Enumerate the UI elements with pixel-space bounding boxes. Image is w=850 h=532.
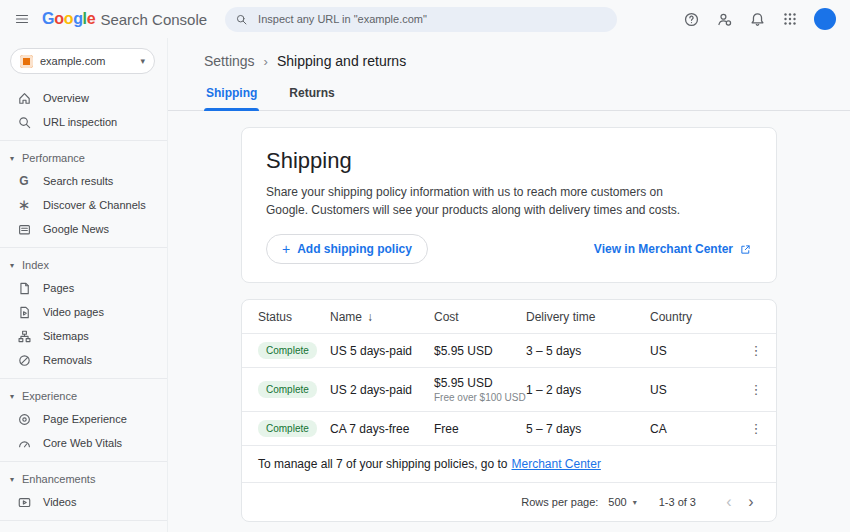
row-kebab-menu-icon[interactable]: ⋮ <box>746 421 766 436</box>
policy-cost-note: Free over $100 USD <box>434 392 526 403</box>
user-settings-icon[interactable] <box>710 5 738 33</box>
table-footnote: To manage all 7 of your shipping policie… <box>242 446 776 483</box>
chevron-down-icon: ▾ <box>7 392 17 401</box>
url-inspection-searchbar[interactable] <box>225 7 617 32</box>
section-label: Performance <box>22 152 85 164</box>
home-icon <box>16 90 32 106</box>
divider <box>0 461 167 462</box>
col-status: Status <box>258 310 330 324</box>
row-kebab-menu-icon[interactable]: ⋮ <box>746 382 766 397</box>
sidebar-section-enhancements[interactable]: ▾ Enhancements <box>0 468 167 490</box>
chevron-down-icon: ▾ <box>7 154 17 163</box>
sidebar-item-page-experience[interactable]: Page Experience <box>0 407 167 431</box>
section-label: Index <box>22 259 49 271</box>
gauge-icon <box>16 435 32 451</box>
sidebar-section-security[interactable]: ▸ Security & Manual Actions <box>0 527 167 532</box>
sidebar-item-label: Sitemaps <box>43 330 89 342</box>
sidebar-item-removals[interactable]: Removals <box>0 348 167 372</box>
policy-country: CA <box>650 422 746 436</box>
video-document-icon <box>16 304 32 320</box>
sidebar-item-google-news[interactable]: Google News <box>0 217 167 241</box>
col-name-sortable[interactable]: Name ↓ <box>330 310 434 324</box>
sidebar-item-pages[interactable]: Pages <box>0 276 167 300</box>
next-page-button[interactable]: › <box>740 493 762 511</box>
rows-per-page-select[interactable]: 500 ▾ <box>608 496 636 508</box>
sidebar-item-label: Video pages <box>43 306 104 318</box>
page-experience-icon <box>16 411 32 427</box>
add-shipping-policy-button[interactable]: + Add shipping policy <box>266 234 428 264</box>
previous-page-button[interactable]: ‹ <box>718 493 740 511</box>
sidebar-item-video-pages[interactable]: Video pages <box>0 300 167 324</box>
sidebar-section-index[interactable]: ▾ Index <box>0 254 167 276</box>
divider <box>0 140 167 141</box>
view-in-merchant-center-link[interactable]: View in Merchant Center <box>594 242 752 256</box>
sidebar-item-overview[interactable]: Overview <box>0 86 167 110</box>
pagination-range: 1-3 of 3 <box>659 496 696 508</box>
notifications-bell-icon[interactable] <box>743 5 771 33</box>
sidebar-section-performance[interactable]: ▾ Performance <box>0 147 167 169</box>
help-icon[interactable] <box>677 5 705 33</box>
blocked-icon <box>16 352 32 368</box>
chevron-down-icon: ▾ <box>7 475 17 484</box>
tab-shipping[interactable]: Shipping <box>204 82 259 110</box>
sidebar-item-label: Removals <box>43 354 92 366</box>
section-label: Experience <box>22 390 77 402</box>
policy-cost-value: $5.95 USD <box>434 376 493 390</box>
sidebar-item-label: URL inspection <box>43 116 117 128</box>
product-name: Search Console <box>100 11 207 28</box>
account-avatar[interactable] <box>814 8 836 30</box>
section-label: Enhancements <box>22 473 95 485</box>
merchant-link-label: View in Merchant Center <box>594 242 733 256</box>
sidebar-item-label: Core Web Vitals <box>43 437 122 449</box>
shipping-intro-card: Shipping Share your shipping policy info… <box>241 127 777 283</box>
sidebar-item-label: Search results <box>43 175 113 187</box>
sidebar: example.com ▾ Overview URL inspection ▾ … <box>0 38 168 532</box>
search-icon <box>16 114 32 130</box>
sidebar-item-label: Google News <box>43 223 109 235</box>
page-title: Shipping <box>266 148 752 174</box>
policy-country: US <box>650 383 746 397</box>
policy-delivery-time: 3 – 5 days <box>526 344 650 358</box>
table-row: Complete US 5 days-paid $5.95 USD 3 – 5 … <box>242 334 776 368</box>
table-row: Complete CA 7 days-free Free 5 – 7 days … <box>242 412 776 446</box>
shipping-policies-table: Status Name ↓ Cost Delivery time Country… <box>241 299 777 522</box>
menu-icon[interactable] <box>8 5 36 33</box>
search-input[interactable] <box>256 12 607 26</box>
sitemap-icon <box>16 328 32 344</box>
table-row: Complete US 2 days-paid $5.95 USD Free o… <box>242 368 776 412</box>
sidebar-item-videos[interactable]: Videos <box>0 490 167 514</box>
col-name-label: Name <box>330 310 362 324</box>
status-badge: Complete <box>258 381 317 398</box>
policy-delivery-time: 1 – 2 days <box>526 383 650 397</box>
breadcrumb-current: Shipping and returns <box>277 53 406 69</box>
sidebar-item-url-inspection[interactable]: URL inspection <box>0 110 167 134</box>
chevron-down-icon: ▾ <box>7 261 17 270</box>
tab-returns[interactable]: Returns <box>287 82 336 110</box>
rows-per-page-value: 500 <box>608 496 626 508</box>
sidebar-section-experience[interactable]: ▾ Experience <box>0 385 167 407</box>
sidebar-item-label: Overview <box>43 92 89 104</box>
discover-star-icon: ∗ <box>16 197 32 213</box>
sidebar-item-discover[interactable]: ∗ Discover & Channels <box>0 193 167 217</box>
property-selector[interactable]: example.com ▾ <box>10 48 155 74</box>
row-kebab-menu-icon[interactable]: ⋮ <box>746 343 766 358</box>
sidebar-item-core-web-vitals[interactable]: Core Web Vitals <box>0 431 167 455</box>
col-cost: Cost <box>434 310 526 324</box>
breadcrumb-settings[interactable]: Settings <box>204 53 255 69</box>
breadcrumb: Settings › Shipping and returns <box>168 38 850 69</box>
content-area: Shipping Share your shipping policy info… <box>168 111 850 532</box>
sort-desc-icon: ↓ <box>367 310 373 324</box>
table-pagination: Rows per page: 500 ▾ 1-3 of 3 ‹ › <box>242 483 776 521</box>
col-country: Country <box>650 310 746 324</box>
rows-per-page-label: Rows per page: <box>521 496 598 508</box>
plus-icon: + <box>282 241 290 257</box>
apps-grid-icon[interactable] <box>776 5 804 33</box>
chevron-down-icon: ▾ <box>633 498 637 507</box>
sidebar-item-sitemaps[interactable]: Sitemaps <box>0 324 167 348</box>
policy-delivery-time: 5 – 7 days <box>526 422 650 436</box>
shipping-description: Share your shipping policy information w… <box>266 183 708 219</box>
merchant-center-link[interactable]: Merchant Center <box>512 457 601 471</box>
status-badge: Complete <box>258 420 317 437</box>
divider <box>0 520 167 521</box>
sidebar-item-search-results[interactable]: G Search results <box>0 169 167 193</box>
